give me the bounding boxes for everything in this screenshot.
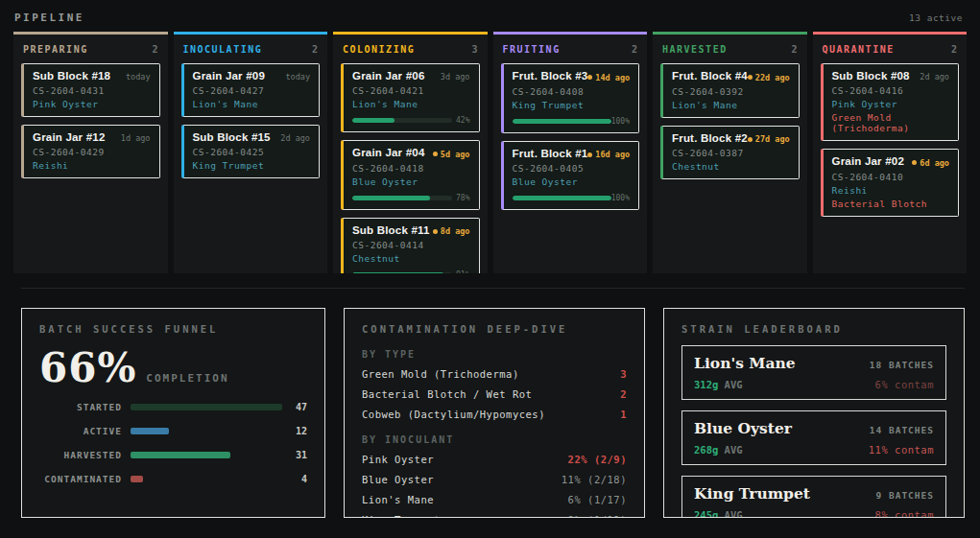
contamination-row-value: 8% (1/12) — [568, 514, 627, 518]
card-progress: 78% — [352, 194, 470, 202]
column-count-badge: 2 — [951, 44, 957, 55]
card-title: Grain Jar #04 — [352, 147, 424, 158]
contamination-row-name: King Trumpet — [362, 514, 441, 518]
card-batch-code: CS-2604-0414 — [352, 240, 470, 250]
analytics-panels: BATCH SUCCESS FUNNEL 66% COMPLETION STAR… — [21, 308, 965, 518]
card-age-label: 14d ago — [587, 73, 630, 82]
card-header-row: Grain Jar #063d ago — [352, 70, 470, 82]
card-strain-name: Reishi — [33, 160, 151, 171]
batch-count-label: 9 BATCHES — [876, 490, 934, 501]
card-strain-name: Reishi — [832, 185, 950, 196]
by-type-heading: BY TYPE — [362, 349, 627, 360]
batch-card[interactable]: Sub Block #082d agoCS-2604-0416Pink Oyst… — [821, 63, 960, 141]
avg-yield-label: AVG — [718, 444, 742, 456]
progress-track — [352, 272, 452, 273]
completion-label: COMPLETION — [146, 372, 228, 385]
card-batch-code: CS-2604-0392 — [672, 86, 790, 97]
card-header-row: Frut. Block #227d ago — [672, 132, 790, 145]
card-header-row: Frut. Block #116d ago — [513, 148, 631, 160]
overdue-dot-icon — [748, 75, 753, 80]
progress-track — [352, 118, 452, 123]
funnel-row-value: 47 — [282, 402, 307, 412]
card-contamination-label: Green Mold (Trichoderma) — [832, 112, 950, 133]
batch-count-label: 18 BATCHES — [870, 360, 934, 370]
avg-yield: 312g AVG — [694, 379, 743, 390]
card-strain-name: Lion's Mane — [193, 99, 311, 109]
progress-track — [513, 196, 611, 200]
batch-card[interactable]: Grain Jar #063d agoCS-2604-0421Lion's Ma… — [341, 63, 480, 132]
batch-count-label: 14 BATCHES — [870, 425, 934, 435]
batch-card[interactable]: Grain Jar #045d agoCS-2604-0418Blue Oyst… — [341, 140, 480, 210]
contamination-row-value: 6% (1/17) — [568, 494, 627, 505]
batch-card[interactable]: Frut. Block #116d agoCS-2604-0405Blue Oy… — [501, 141, 640, 211]
batch-card[interactable]: Frut. Block #422d agoCS-2604-0392Lion's … — [660, 63, 800, 118]
contam-rate-label: 6% contam — [875, 379, 934, 390]
card-title: Sub Block #11 — [352, 224, 430, 236]
active-count-badge: 13 active — [909, 12, 963, 23]
strain-name: King Trumpet — [694, 484, 810, 503]
card-batch-code: CS-2604-0416 — [832, 85, 950, 96]
card-age-label: 2d ago — [920, 72, 949, 82]
page-title: PIPELINE — [14, 12, 84, 24]
progress-percent-label: 42% — [452, 116, 470, 125]
funnel-bar — [131, 476, 143, 482]
card-batch-code: CS-2604-0387 — [672, 148, 790, 158]
card-title: Sub Block #08 — [832, 70, 910, 82]
funnel-bar — [131, 452, 230, 458]
card-strain-name: Blue Oyster — [352, 176, 470, 187]
contamination-row-value: 1 — [620, 409, 627, 420]
pipeline-column-harvested: HARVESTED2Frut. Block #422d agoCS-2604-0… — [653, 32, 807, 273]
progress-percent-label: 100% — [611, 194, 630, 202]
column-header: HARVESTED2 — [660, 42, 800, 55]
card-header-row: Sub Block #18today — [33, 70, 151, 82]
card-batch-code: CS-2604-0408 — [513, 86, 631, 97]
card-strain-name: Lion's Mane — [672, 100, 790, 110]
leaderboard-row-stats: 245g AVG8% contam — [694, 509, 934, 518]
batch-card[interactable]: Sub Block #152d agoCS-2604-0425King Trum… — [181, 125, 321, 178]
funnel-row-started: STARTED47 — [39, 402, 307, 412]
batch-card[interactable]: Sub Block #18todayCS-2604-0431Pink Oyste… — [21, 63, 160, 117]
strain-name: Lion's Mane — [694, 354, 796, 372]
card-batch-code: CS-2604-0410 — [832, 172, 950, 182]
card-header-row: Grain Jar #09today — [193, 70, 311, 82]
card-header-row: Sub Block #082d ago — [832, 70, 950, 82]
card-header-row: Grain Jar #026d ago — [832, 155, 950, 168]
pipeline-column-inoculating: INOCULATING2Grain Jar #09todayCS-2604-04… — [174, 32, 328, 273]
column-name: PREPARING — [23, 44, 88, 55]
column-name: HARVESTED — [662, 44, 728, 55]
leaderboard-row-lion-s-mane[interactable]: Lion's Mane18 BATCHES312g AVG6% contam — [681, 345, 946, 400]
contamination-row: Green Mold (Trichoderma)3 — [362, 368, 627, 380]
contamination-row-name: Bacterial Blotch / Wet Rot — [362, 388, 532, 400]
contamination-row: Pink Oyster22% (2/9) — [362, 454, 627, 465]
leaderboard-row-header: Lion's Mane18 BATCHES — [694, 354, 934, 372]
completion-summary: 66% COMPLETION — [39, 348, 307, 388]
leaderboard-row-blue-oyster[interactable]: Blue Oyster14 BATCHES268g AVG11% contam — [681, 410, 946, 465]
batch-card[interactable]: Sub Block #118d agoCS-2604-0414Chestnut9… — [341, 218, 480, 274]
batch-card[interactable]: Grain Jar #121d agoCS-2604-0429Reishi — [21, 125, 160, 178]
batch-card[interactable]: Grain Jar #026d agoCS-2604-0410ReishiBac… — [821, 149, 960, 217]
column-header: QUARANTINE2 — [821, 42, 960, 55]
overdue-dot-icon — [912, 160, 917, 165]
card-age-label: 22d ago — [748, 73, 790, 82]
column-header: FRUITING2 — [501, 42, 640, 55]
leaderboard-row-header: Blue Oyster14 BATCHES — [694, 419, 934, 437]
card-strain-name: Lion's Mane — [352, 99, 470, 109]
card-title: Grain Jar #12 — [33, 131, 105, 143]
overdue-dot-icon — [433, 229, 438, 234]
funnel-row-label: HARVESTED — [39, 450, 122, 460]
funnel-bar-area — [131, 428, 282, 434]
card-age-label: 8d ago — [433, 226, 470, 236]
contamination-row-value: 3 — [620, 368, 627, 380]
pipeline-column-colonizing: COLONIZING3Grain Jar #063d agoCS-2604-04… — [333, 32, 488, 273]
batch-card[interactable]: Frut. Block #227d agoCS-2604-0387Chestnu… — [660, 126, 800, 180]
column-count-badge: 2 — [312, 44, 318, 55]
batch-card[interactable]: Frut. Block #314d agoCS-2604-0408King Tr… — [501, 63, 640, 133]
batch-card[interactable]: Grain Jar #09todayCS-2604-0427Lion's Man… — [181, 63, 321, 117]
column-count-badge: 2 — [632, 44, 637, 55]
card-title: Frut. Block #1 — [513, 148, 588, 159]
card-batch-code: CS-2604-0421 — [352, 85, 470, 96]
leaderboard-row-king-trumpet[interactable]: King Trumpet9 BATCHES245g AVG8% contam — [681, 476, 946, 518]
contamination-row-value: 11% (2/18) — [562, 474, 627, 485]
by-inoculant-heading: BY INOCULANT — [362, 434, 627, 445]
column-count-badge: 3 — [471, 44, 477, 55]
